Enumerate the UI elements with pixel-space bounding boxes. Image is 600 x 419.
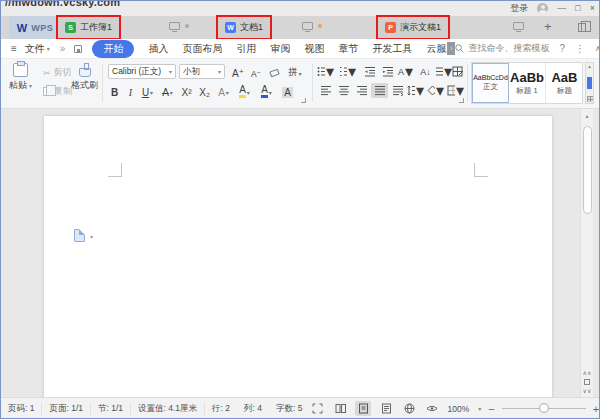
login-link[interactable]: 登录 bbox=[510, 2, 528, 15]
paragraph-group-expander[interactable] bbox=[459, 98, 464, 103]
new-tab-button[interactable]: + bbox=[544, 19, 552, 34]
styles-scrollbar[interactable]: ▴ bbox=[585, 62, 594, 104]
inline-file-icon[interactable] bbox=[74, 229, 85, 242]
vertical-scrollbar[interactable]: ▴ ∧∧ ∨∨ bbox=[580, 109, 593, 397]
font-color-button[interactable]: A▾ bbox=[256, 82, 277, 98]
justify-button[interactable] bbox=[371, 83, 388, 98]
cut-button[interactable]: ✂ 剪切 bbox=[43, 66, 72, 79]
sort-button[interactable]: A↓ bbox=[417, 64, 434, 79]
maximize-button[interactable]: □ bbox=[575, 1, 580, 15]
ribbon-tab-cloud[interactable]: 云服 bbox=[426, 42, 446, 56]
eye-protect-button[interactable] bbox=[424, 401, 440, 416]
tab-workbook1[interactable]: S 工作簿1 bbox=[58, 17, 119, 38]
ribbon-tab-review[interactable]: 审阅 bbox=[270, 42, 290, 56]
window-manager-icon[interactable] bbox=[578, 23, 586, 32]
page-view-button[interactable] bbox=[355, 401, 371, 416]
align-center-button[interactable] bbox=[335, 83, 352, 98]
copy-button[interactable]: 复制 bbox=[43, 85, 72, 98]
next-page-button[interactable]: ∨∨ bbox=[583, 389, 592, 393]
font-group-expander[interactable] bbox=[301, 98, 306, 103]
style-normal[interactable]: AaBbCcDd 正文 bbox=[472, 63, 509, 103]
tab-presentation1[interactable]: P 演示文稿1 bbox=[378, 17, 448, 38]
line-spacing-button[interactable]: ▾ bbox=[407, 83, 424, 98]
font-name-select[interactable]: Calibri (正文) ▾ bbox=[108, 64, 176, 79]
highlight-color-button[interactable]: A▾ bbox=[234, 82, 255, 98]
zoom-slider-knob[interactable] bbox=[539, 403, 549, 413]
web-view-button[interactable] bbox=[401, 401, 417, 416]
save-icon[interactable] bbox=[74, 45, 82, 53]
more-options-icon[interactable]: ⋮ bbox=[575, 43, 585, 54]
tab-wps-home[interactable]: W WPS bbox=[9, 16, 61, 39]
status-column[interactable]: 列: 4 bbox=[237, 403, 269, 415]
strikethrough-button[interactable]: A▾ bbox=[158, 82, 177, 98]
shrink-font-button[interactable]: A⁻ bbox=[248, 63, 264, 79]
hamburger-icon[interactable]: ≡ bbox=[11, 43, 17, 54]
select-browse-object-button[interactable] bbox=[584, 379, 590, 385]
style-heading2[interactable]: AaB 标题 bbox=[546, 63, 583, 103]
text-effects-button[interactable]: A▾ bbox=[214, 82, 233, 98]
bullet-list-button[interactable]: ▾ bbox=[317, 64, 334, 79]
help-icon[interactable]: ? bbox=[559, 43, 565, 54]
align-left-button[interactable] bbox=[317, 83, 334, 98]
ribbon-tab-insert[interactable]: 插入 bbox=[148, 42, 168, 56]
pinyin-guide-button[interactable]: 拼▾ bbox=[284, 63, 306, 79]
align-right-button[interactable] bbox=[353, 83, 370, 98]
grow-font-button[interactable]: A⁺ bbox=[230, 63, 246, 79]
clear-format-button[interactable] bbox=[266, 63, 282, 79]
zoom-out-button[interactable]: − bbox=[488, 403, 494, 415]
asian-layout-button[interactable]: A▾ bbox=[397, 64, 414, 79]
previous-page-button[interactable]: ∧∧ bbox=[583, 371, 592, 375]
distribute-button[interactable] bbox=[389, 83, 406, 98]
format-painter-button[interactable]: 格式刷 bbox=[71, 63, 98, 92]
superscript-button[interactable]: X² bbox=[178, 82, 195, 98]
italic-button[interactable]: I bbox=[124, 82, 137, 98]
cloud-more-icon[interactable]: › bbox=[447, 42, 455, 55]
status-bar: 页码: 1 页面: 1/1 节: 1/1 设置值: 4.1厘米 行: 2 列: … bbox=[1, 397, 599, 419]
underline-button[interactable]: U▾ bbox=[138, 82, 157, 98]
avatar[interactable] bbox=[537, 3, 548, 14]
zoom-slider[interactable] bbox=[502, 408, 586, 409]
scrollbar-thumb[interactable] bbox=[583, 126, 592, 214]
shading-button[interactable]: ▾ bbox=[427, 83, 444, 98]
decrease-indent-button[interactable] bbox=[361, 64, 378, 79]
style-heading1[interactable]: AaBb 标题 1 bbox=[509, 63, 546, 103]
close-button[interactable]: × bbox=[590, 1, 595, 15]
borders-button[interactable]: ▾ bbox=[447, 83, 464, 98]
styles-more-icon[interactable] bbox=[587, 96, 593, 102]
subscript-button[interactable]: X₂ bbox=[196, 82, 213, 98]
ribbon-tab-page-layout[interactable]: 页面布局 bbox=[182, 42, 222, 56]
ribbon-tab-references[interactable]: 引用 bbox=[236, 42, 256, 56]
minimize-button[interactable]: — bbox=[557, 1, 566, 15]
ribbon-tab-section[interactable]: 章节 bbox=[338, 42, 358, 56]
status-page-count[interactable]: 页面: 1/1 bbox=[42, 403, 91, 415]
ribbon-tab-view[interactable]: 视图 bbox=[304, 42, 324, 56]
status-section[interactable]: 节: 1/1 bbox=[91, 403, 131, 415]
bold-button[interactable]: B bbox=[107, 82, 122, 98]
outline-view-button[interactable] bbox=[378, 401, 394, 416]
zoom-level[interactable]: 100% bbox=[447, 404, 469, 414]
command-search[interactable]: 查找命令、搜索模板 bbox=[455, 42, 549, 55]
scroll-up-arrow[interactable]: ▴ bbox=[581, 112, 593, 119]
collapse-ribbon-icon[interactable]: ∧ bbox=[595, 44, 600, 53]
numbered-list-button[interactable]: ▾ bbox=[339, 64, 356, 79]
scroll-up-icon[interactable]: ▴ bbox=[588, 64, 591, 69]
font-size-select[interactable]: 小初 ▾ bbox=[179, 64, 225, 79]
paste-button[interactable]: 粘贴▾ bbox=[9, 63, 32, 92]
status-setting-value[interactable]: 设置值: 4.1厘米 bbox=[131, 403, 205, 415]
char-shading-button[interactable]: A bbox=[279, 82, 296, 98]
toolbar-overflow-icon[interactable]: » bbox=[60, 43, 66, 54]
styles-scroll-thumb[interactable] bbox=[587, 77, 592, 89]
increase-indent-button[interactable] bbox=[379, 64, 396, 79]
fullscreen-view-button[interactable] bbox=[309, 401, 325, 416]
document-page[interactable]: ▾ bbox=[44, 116, 552, 397]
side-by-side-view-button[interactable] bbox=[332, 401, 348, 416]
status-word-count[interactable]: 字数: 5 bbox=[269, 403, 309, 415]
zoom-in-button[interactable]: + bbox=[593, 403, 599, 415]
tab-document1[interactable]: W 文档1 bbox=[218, 17, 270, 38]
ribbon-tab-home[interactable]: 开始 bbox=[92, 40, 134, 58]
text-tool-button[interactable] bbox=[449, 64, 466, 79]
ribbon-tab-developer[interactable]: 开发工具 bbox=[372, 42, 412, 56]
status-page-number[interactable]: 页码: 1 bbox=[1, 403, 42, 415]
file-menu[interactable]: 文件 bbox=[25, 42, 45, 56]
status-row[interactable]: 行: 2 bbox=[205, 403, 237, 415]
